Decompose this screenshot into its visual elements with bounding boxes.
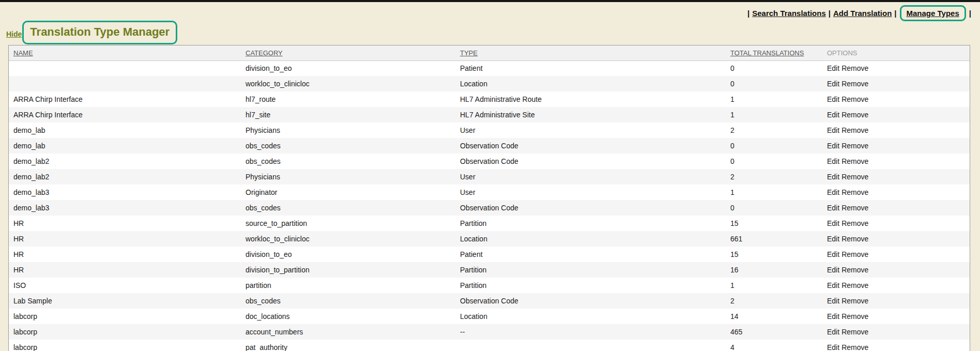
cell-type: Patient xyxy=(455,247,726,262)
column-header-type[interactable]: TYPE xyxy=(455,45,726,60)
cell-name: demo_lab2 xyxy=(9,169,241,185)
edit-link[interactable]: Edit xyxy=(827,80,839,88)
cell-type: Patient xyxy=(455,60,726,76)
cell-options: EditRemove xyxy=(822,324,970,340)
remove-link[interactable]: Remove xyxy=(841,266,868,274)
column-header-total-translations[interactable]: TOTAL TRANSLATIONS xyxy=(726,45,822,60)
cell-total-translations: 16 xyxy=(726,262,822,278)
edit-link[interactable]: Edit xyxy=(827,266,839,274)
edit-link[interactable]: Edit xyxy=(827,111,839,119)
cell-name: ARRA Chirp Interface xyxy=(9,91,241,107)
nav-link-search-translations[interactable]: Search Translations xyxy=(752,9,826,18)
edit-link[interactable]: Edit xyxy=(827,297,839,305)
cell-name: HR xyxy=(9,231,241,247)
remove-link[interactable]: Remove xyxy=(841,250,868,258)
cell-options: EditRemove xyxy=(822,293,970,309)
nav-separator: | xyxy=(969,9,971,18)
remove-link[interactable]: Remove xyxy=(841,328,868,336)
edit-link[interactable]: Edit xyxy=(827,250,839,258)
table-row: demo_labPhysiciansUser2EditRemove xyxy=(9,123,970,138)
cell-type: Partition xyxy=(455,216,726,231)
remove-link[interactable]: Remove xyxy=(841,235,868,243)
remove-link[interactable]: Remove xyxy=(841,297,868,305)
cell-type: -- xyxy=(455,324,726,340)
remove-link[interactable]: Remove xyxy=(841,173,868,181)
remove-link[interactable]: Remove xyxy=(841,64,868,72)
table-row: demo_lab2obs_codesObservation Code0EditR… xyxy=(9,154,970,169)
remove-link[interactable]: Remove xyxy=(841,80,868,88)
remove-link[interactable]: Remove xyxy=(841,157,868,165)
edit-link[interactable]: Edit xyxy=(827,188,839,196)
nav-separator: | xyxy=(894,9,896,18)
edit-link[interactable]: Edit xyxy=(827,204,839,212)
cell-options: EditRemove xyxy=(822,123,970,138)
cell-total-translations: 0 xyxy=(726,154,822,169)
table-row: ARRA Chirp Interfacehl7_siteHL7 Administ… xyxy=(9,107,970,123)
cell-name: demo_lab3 xyxy=(9,185,241,200)
cell-category: Originator xyxy=(241,185,455,200)
cell-total-translations: 15 xyxy=(726,247,822,262)
cell-total-translations: 1 xyxy=(726,278,822,293)
cell-type: HL7 Administrative Site xyxy=(455,107,726,123)
cell-options: EditRemove xyxy=(822,247,970,262)
cell-type: HL7 Administrative Route xyxy=(455,91,726,107)
cell-options: EditRemove xyxy=(822,309,970,324)
cell-total-translations: 1 xyxy=(726,185,822,200)
cell-name xyxy=(9,60,241,76)
cell-total-translations: 15 xyxy=(726,216,822,231)
edit-link[interactable]: Edit xyxy=(827,157,839,165)
cell-type xyxy=(455,340,726,351)
edit-link[interactable]: Edit xyxy=(827,235,839,243)
edit-link[interactable]: Edit xyxy=(827,312,839,321)
remove-link[interactable]: Remove xyxy=(841,95,868,103)
edit-link[interactable]: Edit xyxy=(827,95,839,103)
cell-category: pat_authority xyxy=(241,340,455,351)
edit-link[interactable]: Edit xyxy=(827,64,839,72)
remove-link[interactable]: Remove xyxy=(841,281,868,289)
cell-type: Observation Code xyxy=(455,200,726,216)
cell-category: account_numbers xyxy=(241,324,455,340)
cell-category: obs_codes xyxy=(241,138,455,154)
table-row: labcorpaccount_numbers--465EditRemove xyxy=(9,324,970,340)
edit-link[interactable]: Edit xyxy=(827,328,839,336)
cell-type: Location xyxy=(455,76,726,91)
edit-link[interactable]: Edit xyxy=(827,343,839,351)
remove-link[interactable]: Remove xyxy=(841,111,868,119)
remove-link[interactable]: Remove xyxy=(841,312,868,321)
remove-link[interactable]: Remove xyxy=(841,204,868,212)
nav-link-manage-types[interactable]: Manage Types xyxy=(907,9,959,18)
cell-type: User xyxy=(455,169,726,185)
cell-name: labcorp xyxy=(9,324,241,340)
table-row: labcorppat_authority4EditRemove xyxy=(9,340,970,351)
edit-link[interactable]: Edit xyxy=(827,219,839,227)
cell-options: EditRemove xyxy=(822,154,970,169)
table-row: demo_lab3OriginatorUser1EditRemove xyxy=(9,185,970,200)
edit-link[interactable]: Edit xyxy=(827,126,839,134)
remove-link[interactable]: Remove xyxy=(841,343,868,351)
cell-options: EditRemove xyxy=(822,185,970,200)
top-black-bar xyxy=(0,0,980,2)
remove-link[interactable]: Remove xyxy=(841,219,868,227)
panel-legend: Hide Translation Type Manager xyxy=(5,21,179,44)
edit-link[interactable]: Edit xyxy=(827,142,839,150)
column-header-name[interactable]: NAME xyxy=(9,45,241,60)
hide-link[interactable]: Hide xyxy=(6,30,22,38)
cell-name xyxy=(9,76,241,91)
cell-name: ISO xyxy=(9,278,241,293)
cell-category: workloc_to_clinicloc xyxy=(241,231,455,247)
title-highlight-box: Translation Type Manager xyxy=(22,21,177,44)
remove-link[interactable]: Remove xyxy=(841,126,868,134)
cell-total-translations: 2 xyxy=(726,169,822,185)
edit-link[interactable]: Edit xyxy=(827,173,839,181)
remove-link[interactable]: Remove xyxy=(841,142,868,150)
cell-total-translations: 0 xyxy=(726,138,822,154)
table-row: HRdivision_to_eoPatient15EditRemove xyxy=(9,247,970,262)
cell-options: EditRemove xyxy=(822,169,970,185)
cell-type: Partition xyxy=(455,262,726,278)
cell-total-translations: 465 xyxy=(726,324,822,340)
remove-link[interactable]: Remove xyxy=(841,188,868,196)
edit-link[interactable]: Edit xyxy=(827,281,839,289)
cell-category: division_to_eo xyxy=(241,247,455,262)
column-header-category[interactable]: CATEGORY xyxy=(241,45,455,60)
nav-link-add-translation[interactable]: Add Translation xyxy=(833,9,892,18)
